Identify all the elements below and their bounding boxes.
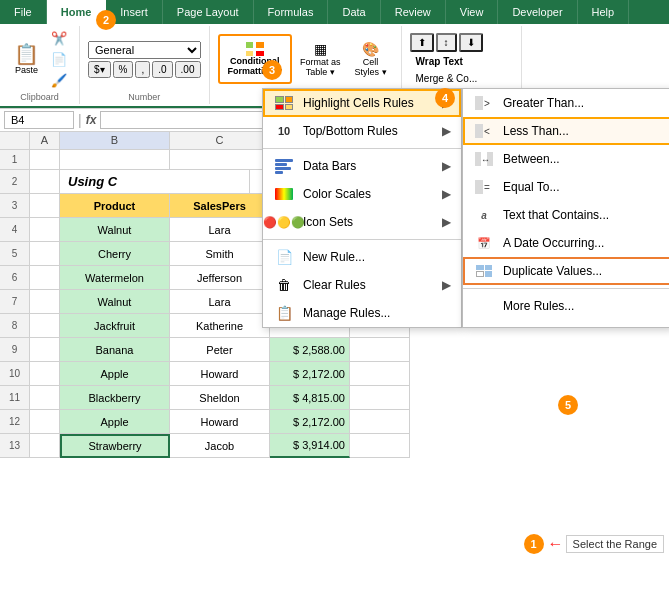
table-row: 11 Blackberry Sheldon $ 4,815.00: [0, 386, 669, 410]
salesperson-header: SalesPers: [193, 200, 246, 212]
between-label: Between...: [503, 152, 560, 166]
icon-sets-icon: 🔴🟡🟢: [273, 213, 295, 231]
clear-rules-item[interactable]: 🗑 Clear Rules ▶: [263, 271, 461, 299]
format-painter-button[interactable]: 🖌️: [47, 70, 71, 90]
decrease-decimal-button[interactable]: .00: [175, 61, 201, 78]
tab-developer[interactable]: Developer: [498, 0, 577, 24]
fx-icon[interactable]: fx: [86, 113, 97, 127]
tab-data[interactable]: Data: [328, 0, 380, 24]
clipboard-label: Clipboard: [20, 92, 59, 102]
submenu-panel: > Greater Than... < Less Than... ↔ Betwe…: [462, 88, 669, 328]
align-middle-button[interactable]: ↕: [436, 33, 457, 52]
group-clipboard: 📋 Paste ✂️ 📄 🖌️ Clipboard: [0, 26, 80, 104]
between-item[interactable]: ↔ Between...: [463, 145, 669, 173]
conditional-formatting-button[interactable]: ConditionalFormatting ▾: [218, 34, 293, 84]
icon-sets-label: Icon Sets: [303, 215, 353, 229]
format-as-table-label: Format asTable ▾: [300, 58, 341, 78]
color-scales-item[interactable]: Color Scales ▶: [263, 180, 461, 208]
wrap-text-button[interactable]: Wrap Text: [410, 54, 469, 69]
divider-1: [263, 148, 461, 149]
between-icon: ↔: [473, 150, 495, 168]
cell-b5: Cherry: [98, 248, 131, 260]
duplicate-values-item[interactable]: Duplicate Values...: [463, 257, 669, 285]
cell-styles-button[interactable]: 🎨 CellStyles ▾: [349, 37, 393, 81]
cf-label: ConditionalFormatting ▾: [228, 57, 283, 77]
top-bottom-rules-item[interactable]: 10 Top/Bottom Rules ▶: [263, 117, 461, 145]
cell-b11: Blackberry: [89, 392, 141, 404]
duplicate-values-label: Duplicate Values...: [503, 264, 602, 278]
data-bars-arrow: ▶: [442, 159, 451, 173]
percent-button[interactable]: %: [113, 61, 134, 78]
tab-home[interactable]: Home: [47, 0, 107, 24]
cut-button[interactable]: ✂️: [47, 28, 71, 48]
text-contains-icon: a: [473, 206, 495, 224]
table-row: 13 Strawberry Jacob $ 3,914.00: [0, 434, 669, 458]
more-rules-item[interactable]: More Rules...: [463, 292, 669, 320]
manage-rules-item[interactable]: 📋 Manage Rules...: [263, 299, 461, 327]
text-contains-label: Text that Contains...: [503, 208, 609, 222]
align-bottom-button[interactable]: ⬇: [459, 33, 483, 52]
tab-formulas[interactable]: Formulas: [254, 0, 329, 24]
duplicate-values-icon: [473, 262, 495, 280]
cut-icon: ✂️: [51, 32, 67, 45]
tab-insert[interactable]: Insert: [106, 0, 163, 24]
name-box[interactable]: [4, 111, 74, 129]
tab-help[interactable]: Help: [578, 0, 630, 24]
manage-rules-icon: 📋: [273, 304, 295, 322]
new-rule-icon: 📄: [273, 248, 295, 266]
tab-review[interactable]: Review: [381, 0, 446, 24]
paste-button[interactable]: 📋 Paste: [8, 37, 45, 81]
text-contains-item[interactable]: a Text that Contains...: [463, 201, 669, 229]
data-bars-label: Data Bars: [303, 159, 356, 173]
equal-to-item[interactable]: = Equal To...: [463, 173, 669, 201]
table-row: 10 Apple Howard $ 2,172.00: [0, 362, 669, 386]
svg-text:=: =: [484, 182, 490, 193]
icon-sets-arrow: ▶: [442, 215, 451, 229]
greater-than-icon: >: [473, 94, 495, 112]
divider-2: [263, 239, 461, 240]
currency-button[interactable]: $▾: [88, 61, 111, 78]
svg-rect-2: [475, 124, 483, 138]
less-than-icon: <: [473, 122, 495, 140]
cf-icon: [245, 41, 265, 57]
copy-button[interactable]: 📄: [47, 49, 71, 69]
date-occurring-item[interactable]: 📅 A Date Occurring...: [463, 229, 669, 257]
align-top-button[interactable]: ⬆: [410, 33, 434, 52]
data-bars-icon: [273, 157, 295, 175]
number-format-select[interactable]: General Number Currency: [88, 41, 201, 59]
color-scales-arrow: ▶: [442, 187, 451, 201]
submenu-divider: [463, 288, 669, 289]
main-menu-panel: Highlight Cells Rules ▶ 10 Top/Bottom Ru…: [262, 88, 462, 328]
col-header-c[interactable]: C: [170, 132, 270, 150]
greater-than-label: Greater Than...: [503, 96, 584, 110]
cell-styles-icon: 🎨: [362, 41, 379, 57]
formula-separator: |: [78, 112, 82, 128]
icon-sets-item[interactable]: 🔴🟡🟢 Icon Sets ▶: [263, 208, 461, 236]
format-as-table-button[interactable]: ▦ Format asTable ▾: [294, 37, 347, 81]
highlight-cells-rules-item[interactable]: Highlight Cells Rules ▶: [263, 89, 461, 117]
cell-b9: Banana: [96, 344, 134, 356]
increase-decimal-button[interactable]: .0: [152, 61, 172, 78]
merge-cells-button[interactable]: Merge & Co...: [410, 71, 484, 86]
cell-b13: Strawberry: [88, 440, 141, 452]
comma-button[interactable]: ,: [135, 61, 150, 78]
new-rule-label: New Rule...: [303, 250, 365, 264]
tab-file[interactable]: File: [0, 0, 47, 24]
new-rule-item[interactable]: 📄 New Rule...: [263, 243, 461, 271]
annotation-arrow: ←: [548, 535, 564, 553]
tab-page-layout[interactable]: Page Layout: [163, 0, 254, 24]
data-bars-item[interactable]: Data Bars ▶: [263, 152, 461, 180]
tab-view[interactable]: View: [446, 0, 499, 24]
cell-b6: Watermelon: [85, 272, 144, 284]
corner-cell: [0, 132, 30, 150]
clear-rules-icon: 🗑: [273, 276, 295, 294]
less-than-item[interactable]: < Less Than...: [463, 117, 669, 145]
col-header-a[interactable]: A: [30, 132, 60, 150]
manage-rules-label: Manage Rules...: [303, 306, 390, 320]
paste-label: Paste: [15, 65, 38, 75]
wrap-text-label: Wrap Text: [416, 56, 463, 67]
table-row: 9 Banana Peter $ 2,588.00: [0, 338, 669, 362]
greater-than-item[interactable]: > Greater Than...: [463, 89, 669, 117]
col-header-b[interactable]: B: [60, 132, 170, 150]
equal-to-icon: =: [473, 178, 495, 196]
